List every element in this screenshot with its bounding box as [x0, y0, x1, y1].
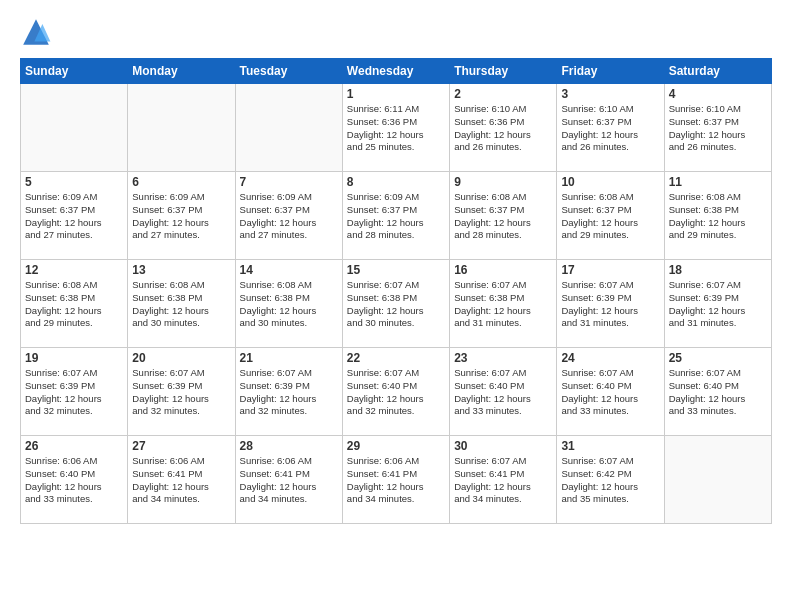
- day-info: Sunrise: 6:07 AM Sunset: 6:42 PM Dayligh…: [561, 455, 659, 506]
- day-info: Sunrise: 6:08 AM Sunset: 6:38 PM Dayligh…: [669, 191, 767, 242]
- calendar-cell: 12Sunrise: 6:08 AM Sunset: 6:38 PM Dayli…: [21, 260, 128, 348]
- calendar-cell: 10Sunrise: 6:08 AM Sunset: 6:37 PM Dayli…: [557, 172, 664, 260]
- calendar-cell: 11Sunrise: 6:08 AM Sunset: 6:38 PM Dayli…: [664, 172, 771, 260]
- calendar-cell: 2Sunrise: 6:10 AM Sunset: 6:36 PM Daylig…: [450, 84, 557, 172]
- day-info: Sunrise: 6:07 AM Sunset: 6:40 PM Dayligh…: [561, 367, 659, 418]
- day-number: 29: [347, 439, 445, 453]
- week-row-4: 19Sunrise: 6:07 AM Sunset: 6:39 PM Dayli…: [21, 348, 772, 436]
- calendar-cell: 4Sunrise: 6:10 AM Sunset: 6:37 PM Daylig…: [664, 84, 771, 172]
- day-info: Sunrise: 6:07 AM Sunset: 6:39 PM Dayligh…: [669, 279, 767, 330]
- week-row-3: 12Sunrise: 6:08 AM Sunset: 6:38 PM Dayli…: [21, 260, 772, 348]
- day-number: 24: [561, 351, 659, 365]
- calendar-cell: 27Sunrise: 6:06 AM Sunset: 6:41 PM Dayli…: [128, 436, 235, 524]
- calendar-cell: 15Sunrise: 6:07 AM Sunset: 6:38 PM Dayli…: [342, 260, 449, 348]
- weekday-wednesday: Wednesday: [342, 59, 449, 84]
- calendar-cell: 21Sunrise: 6:07 AM Sunset: 6:39 PM Dayli…: [235, 348, 342, 436]
- day-info: Sunrise: 6:07 AM Sunset: 6:39 PM Dayligh…: [240, 367, 338, 418]
- calendar-cell: 28Sunrise: 6:06 AM Sunset: 6:41 PM Dayli…: [235, 436, 342, 524]
- header: [20, 16, 772, 48]
- weekday-friday: Friday: [557, 59, 664, 84]
- day-info: Sunrise: 6:11 AM Sunset: 6:36 PM Dayligh…: [347, 103, 445, 154]
- day-number: 1: [347, 87, 445, 101]
- weekday-monday: Monday: [128, 59, 235, 84]
- calendar: SundayMondayTuesdayWednesdayThursdayFrid…: [20, 58, 772, 524]
- week-row-1: 1Sunrise: 6:11 AM Sunset: 6:36 PM Daylig…: [21, 84, 772, 172]
- page: SundayMondayTuesdayWednesdayThursdayFrid…: [0, 0, 792, 612]
- weekday-tuesday: Tuesday: [235, 59, 342, 84]
- logo-icon: [20, 16, 52, 48]
- week-row-2: 5Sunrise: 6:09 AM Sunset: 6:37 PM Daylig…: [21, 172, 772, 260]
- day-number: 14: [240, 263, 338, 277]
- day-number: 3: [561, 87, 659, 101]
- day-info: Sunrise: 6:07 AM Sunset: 6:39 PM Dayligh…: [561, 279, 659, 330]
- day-info: Sunrise: 6:09 AM Sunset: 6:37 PM Dayligh…: [347, 191, 445, 242]
- calendar-cell: 20Sunrise: 6:07 AM Sunset: 6:39 PM Dayli…: [128, 348, 235, 436]
- calendar-cell: 29Sunrise: 6:06 AM Sunset: 6:41 PM Dayli…: [342, 436, 449, 524]
- day-info: Sunrise: 6:06 AM Sunset: 6:40 PM Dayligh…: [25, 455, 123, 506]
- day-number: 12: [25, 263, 123, 277]
- day-info: Sunrise: 6:07 AM Sunset: 6:39 PM Dayligh…: [25, 367, 123, 418]
- day-number: 28: [240, 439, 338, 453]
- calendar-cell: 26Sunrise: 6:06 AM Sunset: 6:40 PM Dayli…: [21, 436, 128, 524]
- calendar-cell: 5Sunrise: 6:09 AM Sunset: 6:37 PM Daylig…: [21, 172, 128, 260]
- day-info: Sunrise: 6:10 AM Sunset: 6:37 PM Dayligh…: [561, 103, 659, 154]
- day-number: 5: [25, 175, 123, 189]
- calendar-cell: 22Sunrise: 6:07 AM Sunset: 6:40 PM Dayli…: [342, 348, 449, 436]
- calendar-cell: 7Sunrise: 6:09 AM Sunset: 6:37 PM Daylig…: [235, 172, 342, 260]
- day-info: Sunrise: 6:07 AM Sunset: 6:39 PM Dayligh…: [132, 367, 230, 418]
- calendar-cell: 24Sunrise: 6:07 AM Sunset: 6:40 PM Dayli…: [557, 348, 664, 436]
- day-info: Sunrise: 6:06 AM Sunset: 6:41 PM Dayligh…: [240, 455, 338, 506]
- weekday-saturday: Saturday: [664, 59, 771, 84]
- day-info: Sunrise: 6:07 AM Sunset: 6:38 PM Dayligh…: [347, 279, 445, 330]
- calendar-cell: 14Sunrise: 6:08 AM Sunset: 6:38 PM Dayli…: [235, 260, 342, 348]
- day-number: 9: [454, 175, 552, 189]
- day-info: Sunrise: 6:10 AM Sunset: 6:36 PM Dayligh…: [454, 103, 552, 154]
- day-info: Sunrise: 6:08 AM Sunset: 6:37 PM Dayligh…: [561, 191, 659, 242]
- day-number: 11: [669, 175, 767, 189]
- week-row-5: 26Sunrise: 6:06 AM Sunset: 6:40 PM Dayli…: [21, 436, 772, 524]
- day-number: 6: [132, 175, 230, 189]
- calendar-cell: 1Sunrise: 6:11 AM Sunset: 6:36 PM Daylig…: [342, 84, 449, 172]
- calendar-cell: 8Sunrise: 6:09 AM Sunset: 6:37 PM Daylig…: [342, 172, 449, 260]
- day-info: Sunrise: 6:09 AM Sunset: 6:37 PM Dayligh…: [240, 191, 338, 242]
- day-info: Sunrise: 6:07 AM Sunset: 6:40 PM Dayligh…: [669, 367, 767, 418]
- day-number: 21: [240, 351, 338, 365]
- day-number: 30: [454, 439, 552, 453]
- day-number: 18: [669, 263, 767, 277]
- day-info: Sunrise: 6:07 AM Sunset: 6:40 PM Dayligh…: [347, 367, 445, 418]
- day-number: 26: [25, 439, 123, 453]
- day-number: 23: [454, 351, 552, 365]
- day-info: Sunrise: 6:09 AM Sunset: 6:37 PM Dayligh…: [132, 191, 230, 242]
- day-number: 25: [669, 351, 767, 365]
- calendar-cell: [21, 84, 128, 172]
- day-number: 7: [240, 175, 338, 189]
- day-info: Sunrise: 6:07 AM Sunset: 6:38 PM Dayligh…: [454, 279, 552, 330]
- day-info: Sunrise: 6:06 AM Sunset: 6:41 PM Dayligh…: [347, 455, 445, 506]
- day-number: 17: [561, 263, 659, 277]
- calendar-cell: 25Sunrise: 6:07 AM Sunset: 6:40 PM Dayli…: [664, 348, 771, 436]
- weekday-thursday: Thursday: [450, 59, 557, 84]
- calendar-cell: [128, 84, 235, 172]
- day-info: Sunrise: 6:08 AM Sunset: 6:38 PM Dayligh…: [25, 279, 123, 330]
- weekday-sunday: Sunday: [21, 59, 128, 84]
- day-number: 4: [669, 87, 767, 101]
- logo: [20, 16, 56, 48]
- calendar-cell: 16Sunrise: 6:07 AM Sunset: 6:38 PM Dayli…: [450, 260, 557, 348]
- day-info: Sunrise: 6:08 AM Sunset: 6:37 PM Dayligh…: [454, 191, 552, 242]
- calendar-cell: 17Sunrise: 6:07 AM Sunset: 6:39 PM Dayli…: [557, 260, 664, 348]
- day-info: Sunrise: 6:08 AM Sunset: 6:38 PM Dayligh…: [132, 279, 230, 330]
- day-info: Sunrise: 6:09 AM Sunset: 6:37 PM Dayligh…: [25, 191, 123, 242]
- calendar-cell: 3Sunrise: 6:10 AM Sunset: 6:37 PM Daylig…: [557, 84, 664, 172]
- day-info: Sunrise: 6:10 AM Sunset: 6:37 PM Dayligh…: [669, 103, 767, 154]
- day-number: 2: [454, 87, 552, 101]
- calendar-cell: 31Sunrise: 6:07 AM Sunset: 6:42 PM Dayli…: [557, 436, 664, 524]
- day-number: 22: [347, 351, 445, 365]
- day-number: 13: [132, 263, 230, 277]
- calendar-cell: 18Sunrise: 6:07 AM Sunset: 6:39 PM Dayli…: [664, 260, 771, 348]
- calendar-cell: 6Sunrise: 6:09 AM Sunset: 6:37 PM Daylig…: [128, 172, 235, 260]
- day-number: 15: [347, 263, 445, 277]
- calendar-cell: 19Sunrise: 6:07 AM Sunset: 6:39 PM Dayli…: [21, 348, 128, 436]
- day-number: 8: [347, 175, 445, 189]
- day-info: Sunrise: 6:08 AM Sunset: 6:38 PM Dayligh…: [240, 279, 338, 330]
- day-info: Sunrise: 6:07 AM Sunset: 6:41 PM Dayligh…: [454, 455, 552, 506]
